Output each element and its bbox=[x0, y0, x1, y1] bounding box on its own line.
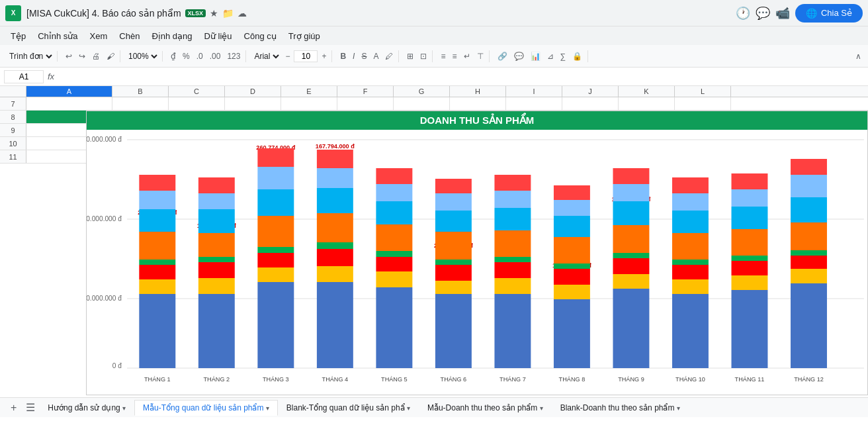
tab-blank-tong-quan[interactable]: Blank-Tổng quan dữ liệu sản phẩ ▾ bbox=[278, 400, 419, 416]
align-center-button[interactable]: ≡ bbox=[450, 50, 460, 62]
text-wrap-button[interactable]: ↵ bbox=[461, 50, 473, 62]
merge-button[interactable]: ⊡ bbox=[417, 50, 429, 62]
menu-tep[interactable]: Tệp bbox=[5, 29, 31, 43]
svg-rect-49 bbox=[376, 287, 412, 368]
cell-reference-input[interactable] bbox=[4, 70, 44, 83]
history-icon[interactable]: 🕐 bbox=[736, 6, 750, 21]
svg-rect-15 bbox=[139, 191, 175, 209]
paint-format-button[interactable]: 🖌 bbox=[104, 50, 117, 62]
col-header-l[interactable]: L bbox=[675, 86, 731, 97]
svg-rect-94 bbox=[613, 201, 649, 225]
svg-rect-121 bbox=[791, 256, 827, 269]
col-header-c[interactable]: C bbox=[169, 86, 225, 97]
svg-rect-74 bbox=[494, 208, 531, 230]
col-header-a[interactable]: A bbox=[26, 86, 112, 97]
col-header-j[interactable]: J bbox=[562, 86, 619, 97]
video-icon[interactable]: 📹 bbox=[775, 6, 790, 21]
formula-input[interactable] bbox=[58, 71, 864, 83]
svg-rect-114 bbox=[732, 207, 768, 229]
menu-tro-giup[interactable]: Trợ giúp bbox=[283, 29, 326, 43]
lock-button[interactable]: 🔒 bbox=[570, 50, 585, 62]
border-button[interactable]: ⊞ bbox=[404, 50, 416, 62]
tab-mau-doanh-thu[interactable]: Mẫu-Doanh thu theo sản phẩm ▾ bbox=[419, 400, 552, 416]
toolbar-font-group: Arial − 10 + bbox=[249, 50, 332, 62]
font-size-decrease-button[interactable]: − bbox=[282, 50, 292, 62]
cloud-icon[interactable]: ☁ bbox=[238, 8, 247, 19]
svg-rect-35 bbox=[257, 167, 294, 189]
sheet-menu-button[interactable]: ☰ bbox=[22, 401, 39, 414]
col-header-d[interactable]: D bbox=[225, 86, 281, 97]
font-size-increase-button[interactable]: + bbox=[319, 50, 329, 62]
redo-button[interactable]: ↪ bbox=[76, 50, 88, 62]
col-header-f[interactable]: F bbox=[337, 86, 394, 97]
decimal-decrease-button[interactable]: .0 bbox=[194, 50, 206, 62]
font-select[interactable]: Arial bbox=[251, 51, 281, 62]
currency-button[interactable]: ₫ bbox=[168, 50, 179, 62]
menu-xem[interactable]: Xem bbox=[85, 29, 113, 43]
col-header-i[interactable]: I bbox=[506, 86, 562, 97]
menu-chinh-sua[interactable]: Chỉnh sửa bbox=[32, 29, 83, 43]
print-button[interactable]: 🖨 bbox=[89, 50, 103, 62]
globe-icon: 🌐 bbox=[806, 8, 817, 19]
svg-rect-44 bbox=[317, 188, 353, 213]
function-select[interactable]: Trình đơn bbox=[7, 51, 54, 62]
col-header-h[interactable]: H bbox=[450, 86, 506, 97]
add-sheet-button[interactable]: + bbox=[5, 402, 22, 414]
menu-chen[interactable]: Chèn bbox=[114, 29, 145, 43]
col-header-g[interactable]: G bbox=[394, 86, 450, 97]
comment-add-button[interactable]: 💬 bbox=[511, 50, 527, 62]
zoom-select[interactable]: 100% bbox=[126, 51, 159, 62]
bottom-tabs: + ☰ Hướng dẫn sử dụng ▾ Mẫu-Tổng quan dữ… bbox=[0, 397, 868, 417]
valign-button[interactable]: ⊤ bbox=[474, 50, 486, 62]
menu-du-lieu[interactable]: Dữ liệu bbox=[199, 29, 238, 43]
tab-huong-dan[interactable]: Hướng dẫn sử dụng ▾ bbox=[39, 400, 134, 416]
svg-rect-60 bbox=[435, 281, 472, 294]
svg-rect-124 bbox=[791, 197, 827, 222]
svg-text:THÁNG 8: THÁNG 8 bbox=[559, 376, 586, 383]
svg-rect-25 bbox=[198, 193, 235, 209]
menu-cong-cu[interactable]: Công cụ bbox=[239, 29, 282, 43]
strikethrough-button[interactable]: S bbox=[359, 50, 369, 62]
svg-rect-66 bbox=[435, 179, 472, 193]
col-header-e[interactable]: E bbox=[281, 86, 337, 97]
decimal-increase-button[interactable]: .00 bbox=[207, 50, 224, 62]
collapse-toolbar-button[interactable]: ∧ bbox=[853, 50, 864, 62]
folder-icon[interactable]: 📁 bbox=[222, 8, 234, 19]
svg-rect-110 bbox=[732, 275, 768, 290]
svg-rect-69 bbox=[494, 294, 531, 368]
toolbar: Trình đơn ↩ ↪ 🖨 🖌 100% ₫ % .0 .00 123 Ar… bbox=[0, 45, 868, 68]
col-header-k[interactable]: K bbox=[619, 86, 675, 97]
table-row: 7 bbox=[0, 97, 868, 111]
svg-rect-82 bbox=[554, 264, 590, 269]
font-color-button[interactable]: A bbox=[370, 50, 381, 62]
chart-button[interactable]: 📊 bbox=[528, 50, 543, 62]
share-button[interactable]: 🌐 Chia Sẻ bbox=[795, 4, 863, 23]
menu-dinh-dang[interactable]: Định dạng bbox=[146, 29, 197, 43]
highlight-button[interactable]: 🖊 bbox=[382, 50, 396, 62]
italic-button[interactable]: I bbox=[350, 50, 357, 62]
tab-mau-tong-quan[interactable]: Mẫu-Tổng quan dữ liệu sản phẩm ▾ bbox=[134, 400, 278, 416]
filter-button[interactable]: ⊿ bbox=[544, 50, 556, 62]
font-size-display: 10 bbox=[294, 50, 318, 62]
function-btn[interactable]: ∑ bbox=[558, 50, 569, 62]
bold-button[interactable]: B bbox=[337, 50, 349, 62]
col-header-b[interactable]: B bbox=[112, 86, 169, 97]
comment-icon[interactable]: 💬 bbox=[756, 6, 770, 21]
svg-rect-115 bbox=[732, 189, 768, 207]
svg-rect-19 bbox=[198, 294, 235, 368]
number-format-button[interactable]: 123 bbox=[224, 50, 243, 62]
link-button[interactable]: 🔗 bbox=[495, 50, 510, 62]
svg-rect-101 bbox=[672, 265, 709, 279]
undo-button[interactable]: ↩ bbox=[63, 50, 75, 62]
sheet-area: A B C D E F G H I J K L 7 8 9 10 11 DOAN… bbox=[0, 86, 868, 397]
svg-text:THÁNG 12: THÁNG 12 bbox=[794, 376, 824, 383]
bar-group-5: 35.721.000 đ THÁNG 5 bbox=[376, 168, 412, 383]
percent-button[interactable]: % bbox=[180, 50, 193, 62]
svg-rect-80 bbox=[554, 285, 590, 299]
bar-group-12: 31.930.000 đ THÁNG 12 bbox=[791, 159, 827, 383]
svg-rect-16 bbox=[139, 175, 175, 191]
tab-blank-doanh-thu[interactable]: Blank-Doanh thu theo sản phẩm ▾ bbox=[552, 400, 689, 416]
star-icon[interactable]: ★ bbox=[210, 8, 218, 19]
align-left-button[interactable]: ≡ bbox=[438, 50, 448, 62]
top-bar: X [MISA CukCuk] 4. Báo cáo sản phẩm XLSX… bbox=[0, 0, 868, 26]
